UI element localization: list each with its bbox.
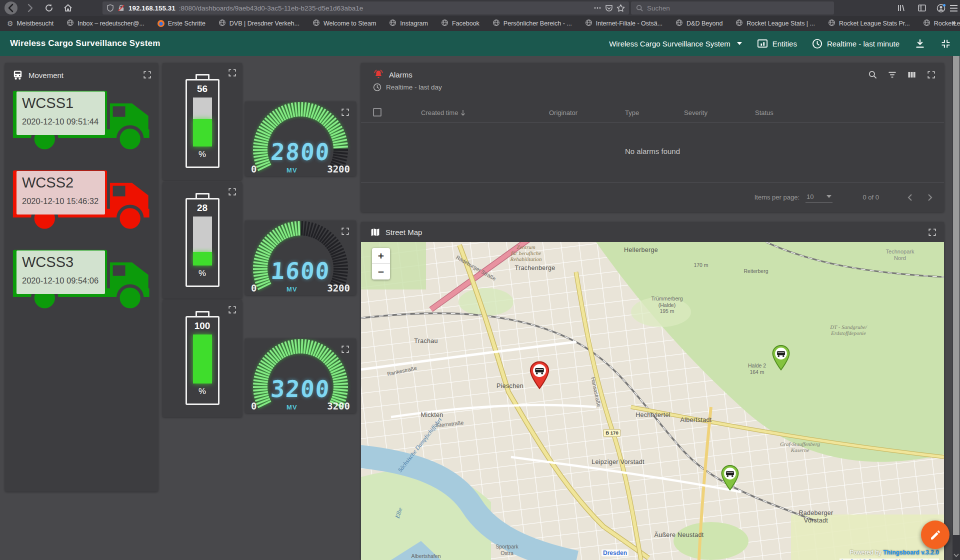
sort-desc-icon	[460, 110, 466, 116]
battery-widget: 100 %	[162, 300, 242, 417]
truck-row[interactable]: WCSS12020-12-10 09:51:44	[12, 88, 151, 164]
bookmark-item[interactable]: Persönlicher Bereich - ...	[492, 19, 572, 28]
column-header-type[interactable]: Type	[625, 109, 639, 116]
bookmark-label: Meistbesucht	[17, 20, 54, 27]
reload-button[interactable]	[42, 1, 56, 15]
page-scrollbar[interactable]	[952, 56, 960, 560]
vehicle-marker-green[interactable]	[770, 344, 792, 373]
globe-icon	[389, 19, 396, 28]
bookmark-item[interactable]: Welcome to Steam	[312, 19, 376, 28]
expand-icon[interactable]	[228, 305, 237, 314]
alarms-timewindow[interactable]: Realtime - last day	[373, 83, 442, 92]
account-icon[interactable]	[934, 1, 948, 15]
globe-icon	[218, 19, 226, 28]
battery-empty-fill	[193, 216, 212, 252]
battery-gauge: 56 %	[186, 74, 220, 168]
columns-icon[interactable]	[907, 70, 916, 80]
edit-dashboard-fab[interactable]	[921, 520, 950, 549]
bookmark-item[interactable]: Instagram	[389, 19, 428, 28]
page-range-label: 0 of 0	[862, 194, 879, 201]
bookmark-item[interactable]: DVB | Dresdner Verkeh...	[218, 19, 300, 28]
expand-icon[interactable]	[928, 228, 937, 237]
zoom-out-button[interactable]: −	[372, 264, 390, 280]
previous-page-icon[interactable]	[907, 194, 912, 202]
scrollbar-thumb[interactable]	[953, 56, 960, 535]
gauge-tick	[304, 102, 306, 117]
items-per-page-select[interactable]: 10	[806, 192, 832, 203]
column-header-status[interactable]: Status	[755, 109, 774, 116]
entities-button[interactable]: Entities	[757, 38, 797, 48]
expand-icon[interactable]	[142, 70, 152, 80]
column-header-originator[interactable]: Originator	[549, 109, 578, 116]
page-actions-icon[interactable]	[594, 4, 602, 12]
bookmark-item[interactable]: Facebook	[441, 19, 480, 28]
search-icon[interactable]	[868, 70, 878, 80]
timewindow-button[interactable]: Realtime - last minute	[812, 38, 900, 49]
select-all-checkbox[interactable]	[373, 108, 382, 116]
fullscreen-exit-icon[interactable]	[940, 38, 951, 49]
alarms-table-header: Created time OriginatorTypeSeverityStatu…	[361, 103, 944, 123]
expand-icon[interactable]	[926, 70, 936, 80]
dashboard-title: Wireless Cargo Surveillance System	[10, 38, 160, 48]
chevron-down-icon	[737, 42, 742, 45]
bookmarks-overflow-chevron[interactable]: »	[952, 18, 955, 26]
dashboard-body: Movement WCSS12020-12-10 09:51:44WCSS220…	[0, 56, 960, 560]
battery-value: 56	[197, 84, 208, 94]
vehicle-marker-red[interactable]	[528, 360, 551, 392]
export-download-icon[interactable]	[914, 38, 926, 49]
gauge-tick	[296, 340, 297, 354]
forward-button[interactable]	[23, 1, 37, 15]
gauge-max: 3200	[327, 282, 350, 294]
expand-icon[interactable]	[228, 68, 237, 78]
battery-empty-fill	[193, 98, 212, 119]
gauge-tick	[304, 222, 306, 236]
map-icon	[370, 227, 380, 238]
expand-icon[interactable]	[340, 226, 350, 236]
scrollbar-down-icon[interactable]	[952, 554, 960, 557]
movement-title-label: Movement	[28, 71, 64, 80]
bookmark-item[interactable]: Internet-Filiale - Ostsä...	[585, 19, 662, 28]
library-icon[interactable]	[894, 1, 908, 15]
expand-icon[interactable]	[228, 187, 237, 196]
globe-icon	[66, 19, 74, 28]
globe-icon	[923, 19, 930, 28]
insecure-lock-icon[interactable]	[118, 4, 125, 12]
vehicle-marker-green[interactable]	[720, 464, 740, 493]
screen: 192.168.155.31 :8080/dashboards/9aeb43d0…	[0, 0, 960, 560]
dashboard-state-select[interactable]: Wireless Cargo Surveillance System	[609, 40, 742, 48]
bookmark-item[interactable]: ⚙Meistbesucht	[7, 20, 54, 27]
zoom-in-button[interactable]: +	[372, 248, 390, 264]
bookmark-item[interactable]: D&D Beyond	[676, 19, 722, 28]
back-button[interactable]	[4, 1, 18, 15]
filter-icon[interactable]	[888, 70, 897, 80]
url-bar[interactable]: 192.168.155.31 :8080/dashboards/9aeb43d0…	[102, 2, 629, 14]
items-per-page-value: 10	[806, 193, 814, 200]
expand-icon[interactable]	[340, 108, 350, 117]
shield-icon[interactable]	[106, 4, 114, 12]
menu-icon[interactable]	[948, 1, 959, 15]
next-page-icon[interactable]	[928, 194, 933, 202]
bookmark-label: Instagram	[400, 20, 428, 27]
browser-search-field[interactable]: Suchen	[631, 2, 834, 14]
globe-icon	[676, 19, 683, 28]
bookmark-item[interactable]: Erste Schritte	[158, 20, 206, 27]
bookmark-star-icon[interactable]	[616, 4, 625, 12]
bookmark-item[interactable]: Rocket League Stats Pr...	[828, 19, 910, 28]
truck-row[interactable]: WCSS22020-12-10 15:46:32	[12, 168, 151, 244]
pocket-icon[interactable]	[605, 4, 613, 12]
truck-row[interactable]: WCSS32020-12-10 09:54:06	[12, 247, 151, 324]
bookmark-item[interactable]: Inbox – redeutscher@...	[66, 19, 144, 28]
bookmark-item[interactable]: Rocket League Stats | ...	[736, 19, 815, 28]
column-header-severity[interactable]: Severity	[684, 109, 708, 116]
street-map-widget-title: Street Map	[370, 227, 422, 238]
thingsboard-version-link[interactable]: Thingsboard v.3.2.0	[883, 549, 939, 556]
home-button[interactable]	[61, 1, 75, 15]
truck-timestamp: 2020-12-10 09:51:44	[22, 117, 100, 126]
bookmark-label: Persönlicher Bereich - ...	[504, 20, 572, 27]
column-header-created-time[interactable]: Created time	[421, 109, 466, 116]
expand-icon[interactable]	[340, 344, 350, 354]
truck-name: WCSS3	[22, 254, 100, 270]
alarms-empty-message: No alarms found	[361, 147, 944, 156]
sidebar-icon[interactable]	[915, 1, 929, 15]
map-canvas[interactable]: + − Technopark NordHellerbergeZentrum fü…	[361, 242, 944, 560]
